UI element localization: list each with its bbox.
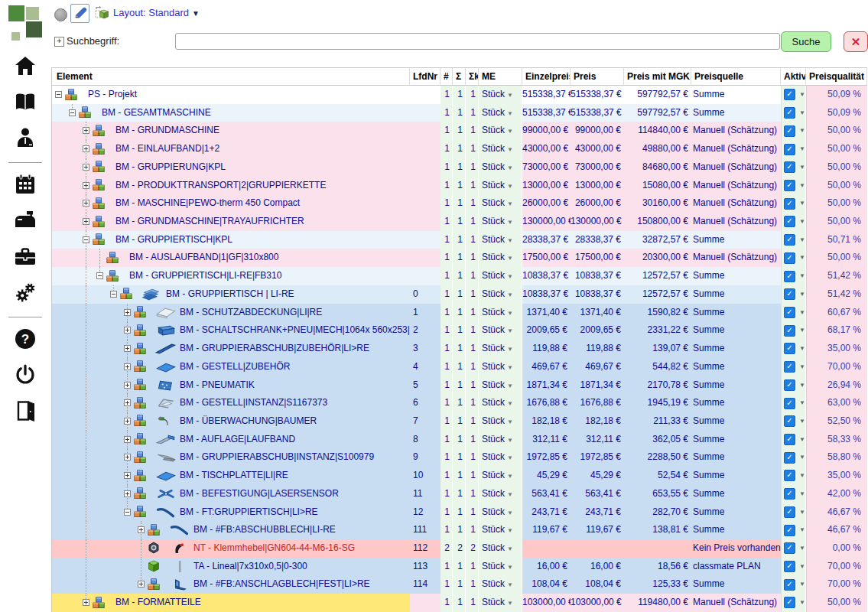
expand-icon[interactable] [124,327,131,334]
chevron-down-icon[interactable]: ▼ [799,485,805,503]
sidebar-item-person[interactable] [8,121,44,157]
table-row[interactable]: BM - GRUPPIERUNG|KPL111Stück▼73000,00 €7… [52,158,867,177]
aktiv-checkbox[interactable]: ✓ [784,398,795,409]
chevron-down-icon[interactable]: ▼ [799,575,805,594]
collapse-icon[interactable] [83,236,89,243]
chevron-down-icon[interactable]: ▼ [799,86,805,104]
chevron-down-icon[interactable]: ▼ [799,304,805,322]
cell-menge[interactable]: 1 [441,140,453,158]
chevron-down-icon[interactable]: ▼ [799,122,805,140]
expand-icon[interactable] [138,526,145,533]
sidebar-item-book[interactable] [8,85,44,121]
cell-menge[interactable]: 1 [441,485,453,503]
sidebar-item-gears[interactable] [8,275,44,311]
cell-me-dropdown[interactable]: Stück▼ [479,104,522,122]
aktiv-checkbox[interactable]: ✓ [784,525,795,536]
chevron-down-icon[interactable]: ▼ [799,394,805,412]
table-row[interactable]: BM - TISCHPLATTE|LI|RE10111Stück▼45,29 €… [52,467,867,485]
table-row[interactable]: TA - Lineal|7x310x0,5|0-300113111Stück▼1… [52,558,867,576]
cell-me-dropdown[interactable]: Stück▼ [479,575,522,594]
cell-me-dropdown[interactable]: Stück▼ [479,394,522,412]
column-header-ep[interactable]: Einzelpreis [522,68,571,85]
cell-me-dropdown[interactable]: Stück▼ [479,539,522,558]
table-row[interactable]: BM - BEFESTIGUNG|LASERSENSOR11111Stück▼5… [52,485,867,503]
expand-icon[interactable] [124,436,131,443]
cell-me-dropdown[interactable]: Stück▼ [479,304,522,322]
table-row[interactable]: BM - EINLAUFBAND|1+2111Stück▼43000,00 €4… [52,140,867,158]
column-header-quelle[interactable]: Preisquelle [691,68,781,85]
cell-menge[interactable]: 1 [441,213,453,231]
cell-menge[interactable]: 1 [441,467,453,485]
cell-me-dropdown[interactable]: Stück▼ [479,358,522,376]
table-row[interactable]: BM - AUFLAGE|LAUFBAND8111Stück▼312,11 €3… [52,431,867,449]
expand-icon[interactable] [124,345,131,352]
collapse-icon[interactable] [55,91,62,98]
expand-icon[interactable] [124,309,131,316]
table-row[interactable]: BM - PRODUKTTRANSPORT|2|GRUPPIERKETTE111… [52,177,867,195]
column-header-p[interactable]: Preis [571,68,624,85]
table-row[interactable]: BM - GRUNDMASCHINE|TRAYAUFRICHTER111Stüc… [52,213,867,231]
table-row[interactable]: BM - GRUPPIERABSCHUB|INSTANZ|S1009799111… [52,448,867,467]
expand-icon[interactable] [124,490,131,497]
column-header-n1[interactable]: # [441,68,453,85]
chevron-down-icon[interactable]: ▼ [799,104,805,122]
aktiv-checkbox[interactable]: ✓ [784,597,795,608]
table-row[interactable]: BM - GESAMTMASCHINE111Stück▼515338,37 €5… [52,104,867,122]
aktiv-checkbox[interactable]: ✓ [784,125,795,137]
collapse-icon[interactable] [110,291,117,298]
aktiv-checkbox[interactable]: ✓ [784,415,795,427]
aktiv-checkbox[interactable]: ✓ [784,89,795,100]
aktiv-checkbox[interactable]: ✓ [784,252,795,264]
expand-icon[interactable] [83,164,89,171]
cell-me-dropdown[interactable]: Stück▼ [479,285,522,304]
column-header-lfdnr[interactable]: LfdNr [410,68,441,85]
cell-menge[interactable]: 1 [441,122,453,140]
cell-menge[interactable]: 1 [441,177,453,195]
cell-me-dropdown[interactable]: Stück▼ [479,194,522,213]
search-input[interactable] [175,33,780,50]
chevron-down-icon[interactable]: ▼ [799,213,805,231]
collapse-icon[interactable] [96,272,103,279]
cell-menge[interactable]: 1 [441,431,453,449]
chevron-down-icon[interactable]: ▼ [799,267,805,285]
cell-menge[interactable]: 1 [441,575,453,594]
table-row[interactable]: BM - GRUPPIERTISCH|LI-RE|FB310111Stück▼1… [52,267,867,285]
aktiv-checkbox[interactable]: ✓ [784,107,795,119]
chevron-down-icon[interactable]: ▼ [799,194,805,213]
sidebar-item-help[interactable]: ? [8,322,44,358]
chevron-down-icon[interactable]: ▼ [799,539,805,558]
aktiv-checkbox[interactable]: ✓ [784,325,795,337]
table-row[interactable]: BM - GESTELL|INSTANZ|S11673736111Stück▼1… [52,394,867,412]
sidebar-item-power[interactable] [8,358,44,394]
table-row[interactable]: BM - MASCHINE|PEWO-therm 450 Compact111S… [52,194,867,213]
sidebar-item-home[interactable] [8,49,44,85]
sidebar-item-calendar[interactable] [8,168,44,203]
sidebar-item-mailbox[interactable] [8,203,44,239]
cell-menge[interactable]: 1 [441,448,453,467]
expand-icon[interactable] [124,399,131,406]
aktiv-checkbox[interactable]: ✓ [784,271,795,282]
column-header-aktiv[interactable]: Aktiv [781,68,806,85]
insert-module-icon[interactable] [94,5,109,21]
column-header-n3[interactable]: Σk [466,68,479,85]
cell-menge[interactable]: 1 [441,158,453,177]
expand-icon[interactable] [83,127,89,134]
expand-icon[interactable] [83,200,89,207]
cell-menge[interactable]: 1 [441,521,453,539]
table-row[interactable]: BM - GRUNDMASCHINE111Stück▼99000,00 €990… [52,122,867,140]
chevron-down-icon[interactable]: ▼ [799,358,805,376]
expand-icon[interactable] [124,363,131,370]
cell-me-dropdown[interactable]: Stück▼ [479,321,522,340]
chevron-down-icon[interactable]: ▼ [799,467,805,485]
cell-me-dropdown[interactable]: Stück▼ [479,213,522,231]
aktiv-checkbox[interactable]: ✓ [784,216,795,227]
cell-me-dropdown[interactable]: Stück▼ [479,431,522,449]
aktiv-checkbox[interactable]: ✓ [784,379,795,391]
aktiv-checkbox[interactable]: ✓ [784,161,795,173]
sidebar-item-briefcase[interactable] [8,239,44,275]
cell-menge[interactable]: 1 [441,249,453,267]
table-row[interactable]: BM - FT:GRUPPIERTISCH|LI>RE12111Stück▼24… [52,503,867,522]
chevron-down-icon[interactable]: ▼ [799,340,805,358]
chevron-down-icon[interactable]: ▼ [799,448,805,467]
table-row[interactable]: BM - SCHALTSCHRANK+PNEU|MECH|1064x 560x2… [52,321,867,340]
